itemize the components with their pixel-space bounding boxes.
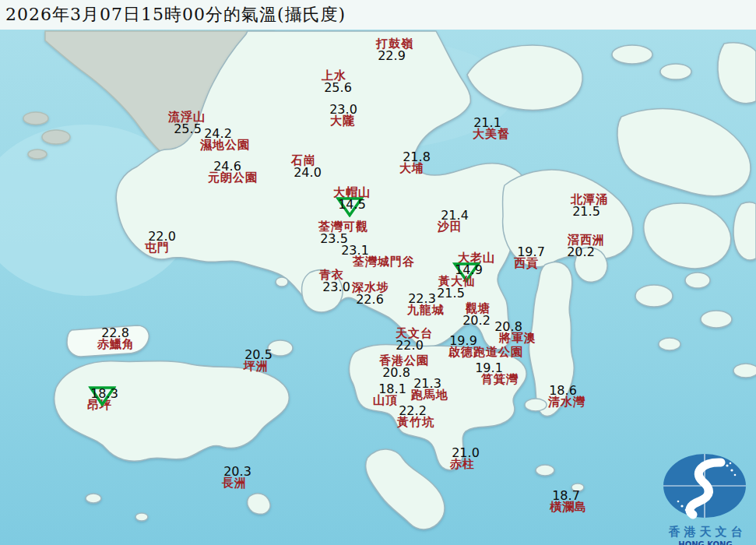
station-temp-value: 24.0 [294, 167, 322, 178]
station-temp-value: 19.7 [517, 246, 545, 258]
station-marker: 24.6元朗公園 [208, 160, 258, 184]
station-marker: 觀塘20.2 [464, 303, 492, 326]
station-temp-value: 23.0 [329, 104, 357, 115]
cheung-chau-island [248, 494, 270, 515]
station-temp-value: 20.5 [244, 349, 273, 360]
station-marker: 21.1大美督 [473, 117, 510, 140]
station-marker: 荃灣可觀23.5 [318, 221, 368, 244]
station-name-label: 筲箕灣 [481, 374, 519, 385]
station-marker: 大老山14.9 [458, 252, 495, 276]
station-temp-value: 21.8 [403, 151, 431, 163]
station-temp-value: 22.0 [148, 230, 176, 242]
station-temp-value: 22.6 [351, 294, 389, 305]
hko-emblem-icon [659, 453, 752, 520]
station-marker: 上水25.6 [320, 70, 348, 93]
station-marker: 23.0大隴 [329, 104, 357, 127]
station-temp-value: 20.2 [562, 246, 600, 258]
station-marker: 深水埗22.6 [352, 282, 389, 305]
station-temp-value: 18.6 [544, 385, 582, 396]
station-marker: 22.3九龍城 [407, 293, 445, 316]
station-name-label: 坪洲 [242, 360, 270, 372]
station-marker: 打鼓嶺22.9 [376, 38, 413, 62]
hko-logo-english: HONG KONG OBSERVATORY [655, 540, 756, 545]
station-name-label: 跑馬地 [411, 389, 448, 401]
station-temp-value: 22.9 [373, 50, 410, 62]
station-temp-value: 21.0 [452, 447, 480, 459]
station-marker: 石崗24.0 [290, 155, 318, 178]
station-temp-value: 18.1 [378, 383, 406, 395]
station-temp-value: 21.5 [568, 206, 605, 217]
station-temp-value: 20.3 [223, 466, 251, 477]
station-marker: 20.5坪洲 [242, 349, 270, 372]
station-name-label: 大隴 [329, 115, 357, 127]
station-marker: 北潭涌21.5 [571, 194, 608, 217]
station-name-label: 黃竹坑 [397, 417, 434, 428]
station-name-label: 荃灣城門谷 [353, 256, 415, 268]
station-name-label: 西貢 [512, 258, 540, 269]
station-marker: 18.1山頂 [371, 383, 399, 406]
station-temp-value: 22.0 [391, 339, 428, 351]
station-marker: 大帽山14.5 [333, 187, 371, 210]
station-name-label: 赤鱲角 [97, 339, 135, 350]
station-marker: 21.8大埔 [398, 151, 426, 174]
station-marker: 20.3長洲 [220, 466, 248, 489]
station-name-label: 沙田 [436, 221, 464, 233]
station-temp-value: 20.2 [462, 315, 491, 326]
station-temp-value: 23.0 [322, 281, 350, 293]
station-temp-value: 22.2 [394, 405, 431, 417]
station-temp-value: 21.3 [409, 378, 446, 389]
station-marker: 21.4沙田 [436, 209, 464, 233]
station-marker: 21.3跑馬地 [411, 378, 448, 401]
station-temp-value: 22.3 [403, 293, 441, 304]
temperature-map-page: { "title": "2026年3月07日15時00分的氣溫(攝氏度)", "… [0, 0, 756, 545]
station-temp-value: 18.3 [90, 388, 118, 399]
station-marker: 18.7橫瀾島 [550, 490, 587, 513]
station-marker: 24.2濕地公園 [200, 128, 250, 151]
station-temp-value: 22.8 [97, 327, 134, 339]
station-marker: 21.0赤柱 [448, 447, 476, 470]
station-marker: 22.2黃竹坑 [397, 405, 434, 428]
hko-logo: 香港天文台 HONG KONG OBSERVATORY [655, 453, 756, 545]
station-name-label: 赤柱 [448, 459, 476, 470]
station-marker: 19.9啟德跑道公園 [448, 335, 523, 358]
station-name-label: 九龍城 [407, 304, 445, 316]
station-marker: 19.1筲箕灣 [481, 362, 519, 385]
station-temp-value: 19.1 [470, 362, 508, 374]
station-name-label: 啟德跑道公園 [448, 346, 523, 358]
station-temp-value: 14.5 [333, 199, 371, 210]
station-marker: 19.7西貢 [512, 246, 540, 269]
station-marker: 18.3昂坪 [86, 388, 114, 411]
station-marker: 香港公園20.8 [379, 355, 429, 378]
station-name-label: 屯門 [143, 242, 171, 254]
station-marker: 23.1荃灣城門谷 [353, 244, 415, 268]
station-name-label: 大美督 [473, 128, 510, 140]
station-name-label: 濕地公園 [200, 139, 250, 151]
hko-logo-chinese: 香港天文台 [655, 525, 756, 540]
station-name-label: 大埔 [398, 163, 426, 174]
map-title: 2026年3月07日15時00分的氣溫(攝氏度) [0, 0, 756, 30]
station-marker: 22.8赤鱲角 [97, 327, 135, 350]
station-marker: 滘西洲20.2 [568, 234, 605, 258]
station-temp-value: 18.7 [547, 490, 585, 501]
station-temp-value: 21.4 [441, 209, 469, 221]
hongkong-map [0, 0, 756, 545]
station-name-label: 元朗公園 [208, 172, 258, 184]
station-name-label: 橫瀾島 [550, 501, 587, 513]
station-name-label: 長洲 [220, 477, 248, 489]
station-temp-value: 21.1 [469, 117, 506, 128]
station-temp-value: 25.6 [324, 82, 352, 93]
station-marker: 18.6清水灣 [548, 385, 585, 408]
station-temp-value: 20.8 [490, 321, 527, 332]
station-marker: 22.0屯門 [143, 230, 171, 254]
station-marker: 青衣23.0 [318, 269, 346, 293]
station-name-label: 清水灣 [548, 396, 585, 408]
